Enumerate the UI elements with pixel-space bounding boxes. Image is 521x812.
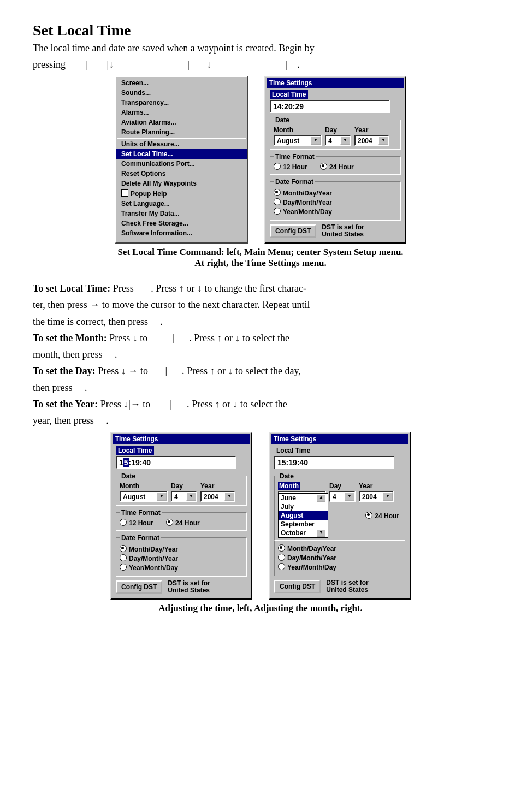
dropdown-option-selected[interactable]: August [279,511,328,520]
chevron-down-icon[interactable]: ▼ [378,136,388,145]
chevron-down-icon[interactable]: ▼ [383,492,393,501]
month-combo[interactable]: August▼ [274,135,322,146]
chevron-down-icon[interactable]: ▼ [345,492,354,501]
menu-item[interactable]: Reset Options [116,169,247,179]
local-time-field[interactable]: 15:19:40 [274,456,394,469]
intro-text: The local time and date are saved when a… [33,42,488,55]
menu-item[interactable]: Sounds... [116,88,247,98]
menu-item[interactable]: Alarms... [116,108,247,117]
menu-separator [117,138,246,139]
figure-caption-2: Adjusting the time, left, Adjusting the … [33,603,488,614]
radio-24hour[interactable] [320,163,327,170]
radio-dmy[interactable] [274,198,281,205]
day-label: Day [325,126,351,134]
menu-item[interactable]: Check Free Storage... [116,218,247,228]
local-time-field[interactable]: 15:19:40 [116,456,236,469]
year-label: Year [354,126,389,134]
year-combo[interactable]: 2004▼ [359,491,394,502]
menu-item[interactable]: Aviation Alarms... [116,117,247,127]
date-group: Date Month August▼ Day 4▼ [116,472,247,506]
time-settings-dialog: Time Settings Local Time 14:20:29 Date M… [264,76,406,244]
radio-mdy[interactable] [274,189,281,196]
radio-12hour[interactable] [274,163,281,170]
instr-local-time: To set Local Time: Press . Press ↑ or ↓ … [33,282,488,295]
dialog-title: Time Settings [113,434,250,444]
page-title: Set Local Time [33,22,488,39]
time-format-group: Time Format 12 Hour 24 Hour [270,153,401,175]
chevron-down-icon[interactable]: ▼ [157,492,167,501]
config-dst-button[interactable]: Config DST [270,224,316,238]
day-label: Day [329,482,356,490]
radio-12hour[interactable] [120,519,127,526]
local-time-label: Local Time [116,446,154,455]
date-legend: Date [274,116,291,124]
dialog-title: Time Settings [267,78,404,88]
month-label-selected: Month [278,482,326,490]
local-time-label: Local Time [274,446,312,455]
month-label: Month [274,126,322,134]
chevron-down-icon[interactable]: ▼ [186,492,196,501]
year-combo[interactable]: 2004▼ [200,491,235,502]
menu-item[interactable]: Route Planning... [116,127,247,137]
radio-ymd[interactable] [278,563,285,570]
radio-ymd[interactable] [120,564,127,571]
time-format-group: Time Format 12 Hour 24 Hour [116,509,247,531]
dst-status: DST is set for United States [168,580,210,594]
time-settings-dialog-right: Time Settings Local Time 15:19:40 Date M… [269,432,411,600]
intro-text-2: pressing | |↓ | ↓ | . [33,58,488,71]
menu-item-set-local-time[interactable]: Set Local Time... [116,149,247,159]
checkbox-icon[interactable] [121,189,128,197]
radio-24hour[interactable] [166,519,173,526]
dropdown-option[interactable]: July [279,502,328,511]
scroll-down-icon[interactable]: ▼ [317,529,325,537]
system-setup-menu: Screen... Sounds... Transparency... Alar… [115,76,248,244]
config-dst-button[interactable]: Config DST [274,580,321,593]
date-group: Date Month August▼ Day 4▼ [270,116,401,150]
menu-item[interactable]: Screen... [116,78,247,88]
figure-caption-1: Set Local Time Command: left, Main Menu;… [33,247,488,269]
dropdown-option[interactable]: October▼ [279,529,328,537]
date-group: Date Month August▼ June▲ July August [274,472,405,541]
radio-dmy[interactable] [278,554,285,561]
year-label: Year [359,482,394,490]
radio-mdy[interactable] [120,545,127,552]
day-label: Day [171,482,197,490]
config-dst-button[interactable]: Config DST [116,580,162,594]
radio-dmy[interactable] [120,554,127,561]
date-format-group: Month/Day/Year Day/Month/Year Year/Month… [274,541,405,576]
dialog-title: Time Settings [271,434,408,444]
instr-day: To set the Day: Press ↓|→ to | . Press ↑… [33,364,488,377]
menu-item[interactable]: Units of Measure... [116,139,247,149]
scroll-up-icon[interactable]: ▲ [317,494,325,502]
day-combo[interactable]: 4▼ [171,491,197,502]
chevron-down-icon[interactable]: ▼ [340,136,350,145]
local-time-field[interactable]: 14:20:29 [270,100,390,113]
menu-item[interactable]: Software Information... [116,228,247,238]
radio-24hour[interactable] [365,512,372,519]
radio-mdy[interactable] [278,544,285,552]
instr-month: To set the Month: Press ↓ to | . Press ↑… [33,331,488,345]
chevron-down-icon[interactable]: ▼ [311,136,321,145]
radio-ymd[interactable] [274,208,281,215]
time-format-legend: Time Format [274,153,316,161]
day-combo[interactable]: 4▼ [329,491,356,502]
date-format-legend: Date Format [274,178,315,186]
chevron-down-icon[interactable]: ▼ [224,492,234,501]
month-label: Month [120,482,168,490]
year-combo[interactable]: 2004▼ [354,135,389,146]
menu-item[interactable]: Transfer My Data... [116,209,247,218]
month-dropdown-list[interactable]: June▲ July August September October▼ [278,493,328,538]
dropdown-option[interactable]: June▲ [279,494,328,502]
date-format-group: Date Format Month/Day/Year Day/Month/Yea… [270,178,401,221]
local-time-label: Local Time [270,90,308,99]
day-combo[interactable]: 4▼ [325,135,351,146]
instr-day-2: then press . [33,381,488,394]
instr-year-2: year, then press . [33,414,488,427]
menu-item[interactable]: Delete All My Waypoints [116,179,247,188]
menu-item[interactable]: Set Language... [116,199,247,209]
menu-item[interactable]: Communications Port... [116,159,247,169]
menu-item[interactable]: Transparency... [116,98,247,108]
menu-item-popup-help[interactable]: Popup Help [116,188,247,199]
month-combo[interactable]: August▼ [120,491,168,502]
dropdown-option[interactable]: September [279,520,328,529]
